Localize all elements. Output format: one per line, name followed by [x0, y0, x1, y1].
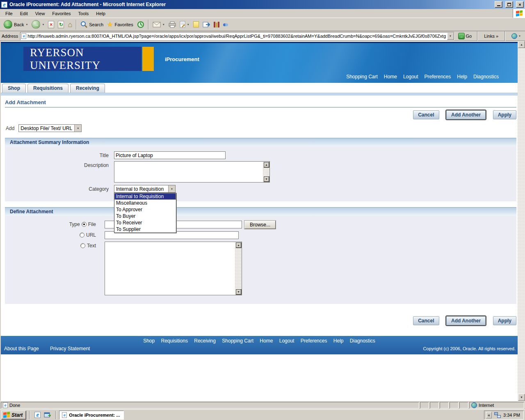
- scroll-down-icon[interactable]: ▼: [518, 394, 525, 401]
- add-type-select[interactable]: Desktop File/ Text/ URL ▼: [18, 124, 82, 132]
- address-dropdown-button[interactable]: ▼: [447, 32, 454, 40]
- category-dropdown-icon[interactable]: ▼: [168, 185, 175, 192]
- category-options-popup: Internal to Requisition Miscellaneous To…: [114, 193, 176, 233]
- mail-button[interactable]: ▼: [151, 21, 167, 28]
- apply-button-top[interactable]: Apply: [493, 110, 516, 119]
- people-button[interactable]: [221, 21, 230, 28]
- ryerson-banner: RYERSON UNIVERSITY iProcurement Shopping…: [1, 42, 518, 83]
- cancel-button-top[interactable]: Cancel: [413, 110, 439, 119]
- option-miscellaneous[interactable]: Miscellaneous: [114, 200, 176, 206]
- footer-help[interactable]: Help: [333, 338, 344, 344]
- nav-diagnostics[interactable]: Diagnostics: [473, 74, 499, 80]
- vertical-scrollbar[interactable]: ▲ ▼: [518, 41, 525, 401]
- close-button[interactable]: ×: [516, 1, 524, 8]
- apply-button-bottom[interactable]: Apply: [493, 316, 516, 325]
- add-type-dropdown-icon[interactable]: ▼: [74, 125, 81, 132]
- footer-preferences[interactable]: Preferences: [301, 338, 327, 344]
- scroll-down-icon[interactable]: ▼: [263, 176, 269, 182]
- privacy-statement-link[interactable]: Privacy Statement: [50, 346, 90, 352]
- history-button[interactable]: [135, 20, 146, 29]
- menu-favorites[interactable]: Favorites: [48, 10, 74, 17]
- nav-help[interactable]: Help: [457, 74, 467, 80]
- option-to-approver[interactable]: To Approver: [114, 206, 176, 213]
- footer-home[interactable]: Home: [260, 338, 273, 344]
- bottom-button-row: Cancel Add Another Apply: [5, 316, 516, 325]
- footer-receiving[interactable]: Receiving: [194, 338, 216, 344]
- text-scrollbar[interactable]: ▲ ▼: [235, 242, 242, 295]
- address-input[interactable]: [26, 34, 447, 39]
- mail-icon: [153, 22, 161, 27]
- cancel-button-bottom[interactable]: Cancel: [413, 316, 439, 325]
- ie-quicklaunch-icon[interactable]: e: [34, 412, 41, 418]
- description-textarea[interactable]: ▲ ▼: [114, 161, 270, 183]
- nav-home[interactable]: Home: [384, 74, 397, 80]
- scroll-up-icon[interactable]: ▲: [235, 242, 242, 248]
- mail-dropdown-icon[interactable]: ▼: [162, 23, 165, 26]
- scroll-up-icon[interactable]: ▲: [263, 162, 269, 168]
- text-textarea[interactable]: ▲ ▼: [105, 242, 242, 295]
- tab-shop[interactable]: Shop: [2, 84, 26, 93]
- favorites-icon: ★: [107, 21, 113, 28]
- home-button[interactable]: ⌂: [66, 20, 74, 29]
- tab-receiving[interactable]: Receiving: [70, 84, 105, 93]
- norton-button[interactable]: ▼: [509, 33, 523, 39]
- research-button[interactable]: [212, 21, 221, 28]
- links-label: Links: [484, 34, 495, 39]
- footer-shopping-cart[interactable]: Shopping Cart: [222, 338, 253, 344]
- footer-logout[interactable]: Logout: [279, 338, 294, 344]
- footer-shop[interactable]: Shop: [143, 338, 155, 344]
- edit-button[interactable]: ▼: [178, 20, 191, 29]
- tray-chevron-icon[interactable]: «: [486, 412, 492, 418]
- taskbar-task-oracle[interactable]: e Oracle iProcurement: ...: [59, 411, 124, 420]
- forward-dropdown-icon[interactable]: ▼: [42, 23, 44, 26]
- go-button[interactable]: → Go: [457, 32, 474, 40]
- maximize-button[interactable]: [505, 1, 513, 8]
- add-another-button-top[interactable]: Add Another: [446, 110, 486, 119]
- file-radio[interactable]: [82, 222, 87, 227]
- footer-requisitions[interactable]: Requisitions: [161, 338, 188, 344]
- search-button[interactable]: Search: [79, 20, 105, 29]
- scroll-up-icon[interactable]: ▲: [518, 41, 525, 48]
- start-button[interactable]: Start: [1, 411, 26, 420]
- title-input[interactable]: [114, 151, 226, 159]
- menu-help[interactable]: Help: [92, 10, 109, 17]
- text-radio[interactable]: [80, 243, 85, 248]
- back-dropdown-icon[interactable]: ▼: [25, 23, 28, 26]
- scroll-down-icon[interactable]: ▼: [235, 289, 242, 295]
- option-internal-to-requisition[interactable]: Internal to Requisition: [114, 193, 176, 200]
- menu-tools[interactable]: Tools: [75, 10, 93, 17]
- notes-button[interactable]: [192, 21, 201, 28]
- messenger-button[interactable]: [201, 21, 212, 29]
- show-desktop-icon[interactable]: [44, 412, 51, 418]
- category-select[interactable]: Internal to Requisition ▼: [114, 185, 176, 193]
- print-button[interactable]: [167, 21, 178, 29]
- network-tray-icon[interactable]: [494, 412, 501, 418]
- nav-preferences[interactable]: Preferences: [425, 74, 451, 80]
- text-text[interactable]: [105, 242, 235, 295]
- nav-logout[interactable]: Logout: [403, 74, 418, 80]
- stop-button[interactable]: ×: [46, 20, 56, 29]
- tab-requisitions[interactable]: Requisitions: [27, 84, 68, 93]
- add-another-button-bottom[interactable]: Add Another: [446, 316, 486, 325]
- minimize-button[interactable]: [495, 1, 502, 8]
- menu-view[interactable]: View: [32, 10, 49, 17]
- nav-shopping-cart[interactable]: Shopping Cart: [346, 74, 378, 80]
- summary-section-body: Title Description ▲ ▼: [5, 146, 516, 201]
- back-button[interactable]: ← Back ▼: [2, 19, 30, 30]
- option-to-supplier[interactable]: To Supplier: [114, 226, 176, 233]
- forward-button[interactable]: → ▼: [30, 19, 46, 30]
- browse-button[interactable]: Browse...: [244, 221, 276, 229]
- option-to-buyer[interactable]: To Buyer: [114, 213, 176, 219]
- description-text[interactable]: [114, 162, 263, 182]
- footer-diagnostics[interactable]: Diagnostics: [350, 338, 375, 344]
- edit-dropdown-icon[interactable]: ▼: [187, 23, 189, 26]
- about-this-page-link[interactable]: About this Page: [4, 346, 39, 352]
- url-radio[interactable]: [80, 233, 84, 237]
- description-scrollbar[interactable]: ▲ ▼: [263, 162, 269, 182]
- refresh-button[interactable]: ↻: [56, 20, 66, 29]
- favorites-button[interactable]: ★ Favorites: [105, 21, 135, 29]
- menu-file[interactable]: File: [2, 10, 16, 17]
- menu-edit[interactable]: Edit: [16, 10, 32, 17]
- links-button[interactable]: Links »: [482, 34, 501, 39]
- option-to-receiver[interactable]: To Receiver: [114, 219, 176, 226]
